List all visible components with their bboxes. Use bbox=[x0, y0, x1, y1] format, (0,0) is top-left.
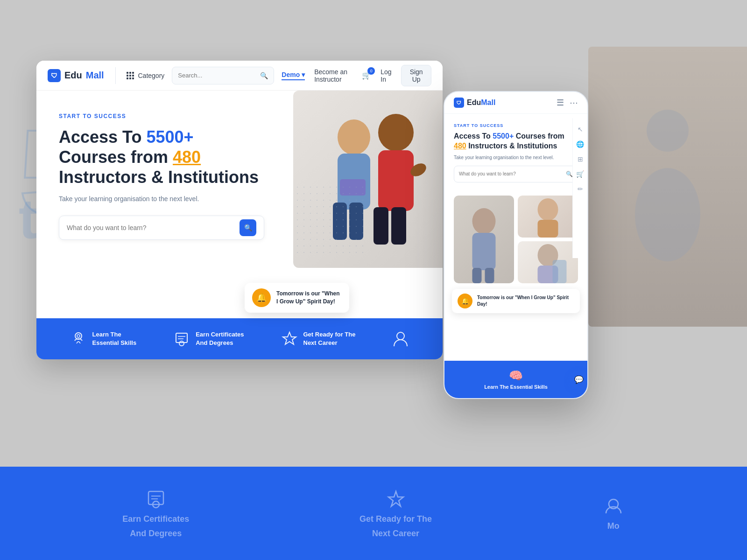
logo-mall-text: Mall bbox=[86, 70, 104, 81]
category-button[interactable]: Category bbox=[127, 72, 164, 79]
mobile-title: Access To 5500+ Courses from 480 Instruc… bbox=[454, 132, 578, 151]
bottom-bar-item-career: Get Ready for The Next Career bbox=[359, 488, 432, 539]
hero-search-button[interactable]: 🔍 bbox=[240, 219, 256, 236]
browser-bottom-strip: Learn The Essential Skills Earn Certific… bbox=[36, 318, 443, 359]
bottom-item-skills: Learn The Essential Skills bbox=[70, 330, 137, 347]
hero-image bbox=[293, 91, 443, 268]
background-right-image bbox=[588, 47, 747, 327]
mobile-image-1 bbox=[454, 196, 514, 283]
mobile-more-icon[interactable]: ⋯ bbox=[570, 98, 578, 108]
logo[interactable]: 🛡 EduMall bbox=[48, 69, 104, 82]
mobile-logo-text: EduMall bbox=[467, 98, 495, 107]
mobile-notif-text: Tomorrow is our "When I Grow Up" Spirit … bbox=[477, 294, 574, 308]
mobile-sidebar: ↖ 🌐 ⊞ 🛒 ✏ bbox=[572, 118, 587, 258]
bottom-item-person bbox=[392, 330, 409, 347]
notification-text: Tomorrow is our "When I Grow Up" Spirit … bbox=[276, 290, 342, 306]
sidebar-pen-icon[interactable]: ✏ bbox=[578, 185, 583, 193]
notification-bubble: 🔔 Tomorrow is our "When I Grow Up" Spiri… bbox=[245, 283, 349, 313]
demo-link[interactable]: Demo ▾ bbox=[282, 71, 305, 80]
search-bar[interactable]: 🔍 bbox=[172, 67, 274, 84]
mobile-image-2 bbox=[518, 196, 578, 238]
mobile-subtitle: Take your learning organisation to the n… bbox=[454, 155, 578, 160]
search-icon: 🔍 bbox=[260, 72, 268, 79]
mobile-phone: 🛡 EduMall ☰ ⋯ ↖ 🌐 ⊞ 🛒 ✏ START TO SUCCESS… bbox=[444, 91, 588, 399]
hero-search-input[interactable] bbox=[67, 224, 240, 231]
notification-bell-icon: 🔔 bbox=[252, 288, 271, 307]
svg-point-11 bbox=[378, 114, 414, 151]
svg-point-28 bbox=[538, 198, 558, 221]
mobile-logo[interactable]: 🛡 EduMall bbox=[454, 98, 495, 108]
mobile-topbar: 🛡 EduMall ☰ ⋯ bbox=[444, 92, 587, 114]
svg-point-0 bbox=[647, 110, 689, 152]
mobile-logo-icon: 🛡 bbox=[454, 98, 464, 108]
svg-point-7 bbox=[338, 119, 370, 155]
cart-button[interactable]: 🛒 0 bbox=[362, 71, 371, 80]
svg-rect-27 bbox=[485, 268, 494, 283]
courses-count: 5500+ bbox=[146, 127, 193, 147]
svg-point-23 bbox=[397, 332, 404, 340]
svg-rect-2 bbox=[148, 491, 163, 504]
svg-rect-13 bbox=[374, 207, 388, 245]
mobile-chat-button[interactable]: 💬 bbox=[570, 370, 588, 389]
svg-rect-12 bbox=[378, 150, 414, 211]
bottom-bar-item-more: Mo bbox=[602, 495, 625, 532]
bottom-bar-career-label2: Next Career bbox=[372, 528, 419, 539]
logo-edu-text: Edu bbox=[64, 70, 82, 81]
bottom-bar-item-certificates: Earn Certificates And Degrees bbox=[122, 488, 189, 539]
bottom-item-certificates-text: Earn Certificates And Degrees bbox=[196, 330, 244, 347]
bottom-item-career: Get Ready for The Next Career bbox=[281, 330, 356, 347]
grid-icon bbox=[127, 72, 134, 79]
hero-section: START TO SUCCESS Access To 5500+ Courses… bbox=[36, 91, 443, 318]
mobile-images-grid bbox=[444, 196, 587, 283]
nav-divider bbox=[115, 67, 116, 84]
chevron-down-icon: ▾ bbox=[302, 71, 305, 78]
sidebar-cursor-icon[interactable]: ↖ bbox=[578, 126, 583, 133]
svg-point-17 bbox=[75, 333, 82, 339]
mobile-search-icon: 🔍 bbox=[566, 171, 573, 177]
login-button[interactable]: Log In bbox=[381, 68, 392, 83]
bottom-blue-bar: Earn Certificates And Degrees Get Ready … bbox=[0, 467, 747, 560]
hero-search-bar[interactable]: 🔍 bbox=[59, 216, 264, 240]
svg-rect-14 bbox=[391, 207, 406, 245]
mobile-search-bar[interactable]: 🔍 bbox=[454, 166, 578, 182]
mobile-courses-count: 5500+ bbox=[493, 132, 514, 140]
nav-links: Demo ▾ Become an Instructor 🛒 0 Log In S… bbox=[282, 65, 431, 86]
sidebar-globe-icon[interactable]: 🌐 bbox=[576, 140, 584, 148]
mobile-bottom-brain-icon: 🧠 bbox=[509, 369, 523, 382]
cart-count: 0 bbox=[367, 67, 375, 75]
svg-point-24 bbox=[472, 208, 496, 234]
instructors-count: 480 bbox=[173, 147, 201, 167]
svg-point-1 bbox=[635, 168, 700, 261]
bottom-bar-certificates-label2: And Degrees bbox=[130, 528, 182, 539]
svg-rect-32 bbox=[553, 260, 567, 283]
bottom-bar-more-label: Mo bbox=[607, 521, 620, 532]
svg-point-18 bbox=[77, 335, 80, 337]
mobile-search-input[interactable] bbox=[459, 171, 562, 176]
bottom-item-certificates: Earn Certificates And Degrees bbox=[173, 330, 244, 347]
category-label: Category bbox=[138, 72, 164, 79]
hero-title: Access To 5500+ Courses from 480 Instruc… bbox=[59, 127, 264, 188]
sidebar-cart-icon[interactable]: 🛒 bbox=[576, 170, 584, 178]
mobile-image-3 bbox=[518, 241, 578, 283]
browser-window: 🛡 EduMall Category 🔍 Demo ▾ Become an In… bbox=[36, 61, 443, 359]
signup-button[interactable]: Sign Up bbox=[401, 65, 431, 86]
browser-navbar: 🛡 EduMall Category 🔍 Demo ▾ Become an In… bbox=[36, 61, 443, 91]
svg-rect-25 bbox=[472, 233, 496, 270]
logo-icon: 🛡 bbox=[48, 69, 61, 82]
mobile-instructors-count: 480 bbox=[454, 142, 466, 150]
mobile-hero: START TO SUCCESS Access To 5500+ Courses… bbox=[444, 114, 587, 196]
become-instructor-link[interactable]: Become an Instructor bbox=[314, 68, 352, 83]
mobile-notif-bell-icon: 🔔 bbox=[458, 294, 472, 308]
bottom-bar-career-label: Get Ready for The bbox=[359, 514, 432, 525]
mobile-menu-icons: ☰ ⋯ bbox=[557, 98, 578, 108]
search-input[interactable] bbox=[178, 72, 256, 79]
sidebar-grid-icon[interactable]: ⊞ bbox=[578, 155, 583, 163]
mobile-bottom-label: Learn The Essential Skills bbox=[484, 384, 548, 390]
bottom-item-skills-text: Learn The Essential Skills bbox=[92, 330, 137, 347]
bottom-bar-certificates-label: Earn Certificates bbox=[122, 514, 189, 525]
mobile-bottom-bar: 🧠 Learn The Essential Skills bbox=[444, 361, 587, 398]
svg-point-20 bbox=[179, 341, 184, 346]
svg-rect-26 bbox=[472, 268, 482, 283]
mobile-start-label: START TO SUCCESS bbox=[454, 123, 578, 128]
mobile-menu-icon[interactable]: ☰ bbox=[557, 98, 564, 108]
